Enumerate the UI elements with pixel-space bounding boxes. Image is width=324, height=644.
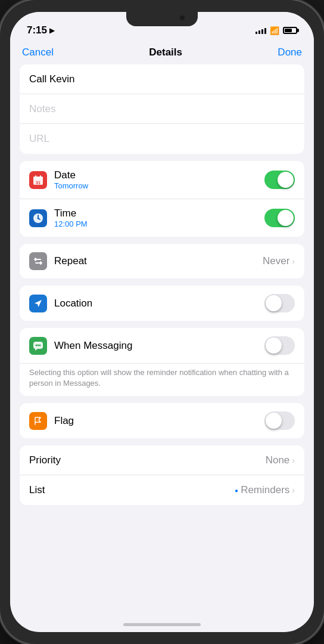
svg-text:31: 31 <box>36 181 40 185</box>
time-label: Time <box>54 208 264 219</box>
location-icon <box>29 295 47 312</box>
phone-screen: 7:15 ▶ 📶 Cancel Details Done <box>10 12 314 632</box>
date-label-stack: Date Tomorrow <box>54 169 264 190</box>
svg-rect-1 <box>33 177 43 179</box>
messaging-card: When Messaging Selecting this option wil… <box>20 328 304 396</box>
time-toggle[interactable] <box>264 209 295 227</box>
date-sublabel: Tomorrow <box>54 181 264 190</box>
flag-row[interactable]: Flag <box>20 403 304 438</box>
location-card: Location <box>20 286 304 321</box>
list-row[interactable]: List ● Reminders › <box>20 475 304 505</box>
priority-chevron: › <box>292 456 295 465</box>
repeat-row[interactable]: Repeat Never › <box>20 244 304 278</box>
title-input[interactable] <box>29 73 295 85</box>
url-input[interactable] <box>29 133 295 145</box>
repeat-icon <box>29 252 47 270</box>
cancel-button[interactable]: Cancel <box>22 47 54 58</box>
done-button[interactable]: Done <box>278 47 302 58</box>
url-row <box>20 124 304 154</box>
list-chevron: › <box>292 485 295 495</box>
flag-toggle[interactable] <box>264 411 295 430</box>
svg-point-13 <box>39 344 41 346</box>
svg-point-12 <box>38 344 39 346</box>
repeat-chevron: › <box>292 256 295 266</box>
location-row[interactable]: Location <box>20 286 304 321</box>
list-label: List <box>29 484 235 496</box>
phone-frame: 7:15 ▶ 📶 Cancel Details Done <box>0 0 324 644</box>
notch-camera <box>180 16 185 20</box>
svg-marker-10 <box>35 349 38 351</box>
flag-card: Flag <box>20 403 304 438</box>
scroll-content: 31 Date Tomorrow <box>10 64 314 620</box>
repeat-card: Repeat Never › <box>20 244 304 278</box>
time-sublabel: 12:00 PM <box>54 219 264 228</box>
page-title: Details <box>149 47 182 58</box>
time-icon <box>29 209 47 227</box>
status-icons: 📶 <box>256 26 297 35</box>
messaging-label: When Messaging <box>54 340 264 352</box>
time-label-stack: Time 12:00 PM <box>54 208 264 228</box>
location-label: Location <box>54 298 264 309</box>
svg-rect-2 <box>35 175 36 178</box>
priority-value: None <box>266 454 290 466</box>
messaging-row[interactable]: When Messaging <box>20 328 304 364</box>
notes-row <box>20 94 304 124</box>
date-row[interactable]: 31 Date Tomorrow <box>20 161 304 199</box>
notes-input[interactable] <box>29 103 295 115</box>
nav-bar: Cancel Details Done <box>10 42 314 64</box>
battery-icon <box>283 27 297 34</box>
date-toggle[interactable] <box>264 171 295 189</box>
text-input-card <box>20 64 304 154</box>
messaging-icon <box>29 337 47 355</box>
repeat-value: Never <box>263 255 289 267</box>
list-value: Reminders <box>241 484 289 496</box>
repeat-label: Repeat <box>54 255 263 267</box>
svg-point-11 <box>36 344 38 346</box>
wifi-icon: 📶 <box>270 26 279 35</box>
location-arrow-icon: ▶ <box>49 26 55 35</box>
priority-label: Priority <box>29 454 266 466</box>
svg-rect-3 <box>40 175 41 178</box>
date-time-card: 31 Date Tomorrow <box>20 161 304 237</box>
home-indicator <box>123 623 201 626</box>
svg-point-8 <box>38 217 39 219</box>
flag-label: Flag <box>54 415 264 427</box>
location-toggle[interactable] <box>264 294 295 312</box>
list-dot: ● <box>235 487 238 494</box>
priority-row[interactable]: Priority None › <box>20 445 304 475</box>
signal-bars <box>256 27 266 34</box>
messaging-toggle[interactable] <box>264 336 295 355</box>
notch <box>126 12 198 26</box>
flag-icon <box>29 412 47 430</box>
priority-list-card: Priority None › List ● Reminders › <box>20 445 304 505</box>
status-time: 7:15 <box>27 24 47 36</box>
date-icon: 31 <box>29 171 47 189</box>
date-label: Date <box>54 169 264 181</box>
time-row[interactable]: Time 12:00 PM <box>20 199 304 237</box>
messaging-note: Selecting this option will show the remi… <box>20 364 304 396</box>
title-row <box>20 64 304 94</box>
